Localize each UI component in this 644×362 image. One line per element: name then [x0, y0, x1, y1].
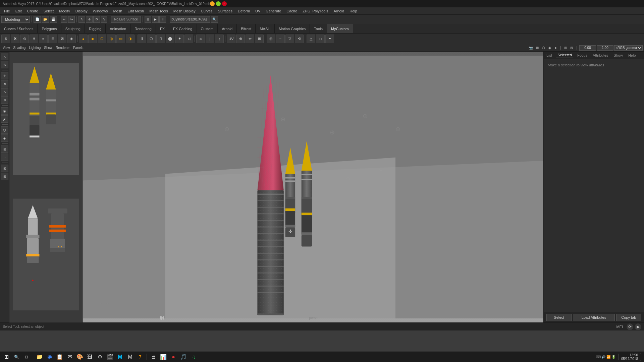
viewport[interactable]: ▲ ▲ ▲ — [9, 52, 543, 322]
menu-modify[interactable]: Modify — [56, 8, 72, 14]
task-app6-icon[interactable]: 🖼 — [86, 353, 94, 361]
redo-btn[interactable]: ↪ — [68, 16, 75, 23]
task-chrome-icon[interactable]: ◉ — [45, 353, 54, 361]
close-button[interactable]: × — [222, 1, 227, 6]
iso-btn[interactable]: ⊞ — [535, 46, 540, 50]
undo-btn[interactable]: ↩ — [61, 16, 67, 23]
scale-tool-btn[interactable]: ⤡ — [1, 88, 8, 96]
thumb-item-1[interactable] — [9, 52, 83, 187]
smooth-wire-btn[interactable]: ◉ — [547, 46, 553, 50]
object-name-field[interactable] — [170, 16, 210, 23]
show-btn[interactable]: Show — [43, 46, 54, 50]
move-btn[interactable]: ✛ — [86, 16, 93, 23]
task-app7-icon[interactable]: ⚙ — [96, 353, 104, 361]
task-app14-icon[interactable]: ● — [169, 353, 178, 361]
view-btn[interactable]: View — [1, 46, 11, 50]
sculpt-btn[interactable]: 🖌 — [1, 115, 8, 123]
shelf-cylinder-icon[interactable]: ⬡ — [98, 35, 106, 43]
shelf-disc-icon[interactable]: ◑ — [126, 35, 135, 43]
live-surface-btn[interactable]: No Live Surface — [111, 16, 141, 23]
task-files-icon[interactable]: 📋 — [55, 353, 64, 361]
menu-uv[interactable]: UV — [253, 8, 263, 14]
universal-tool-btn[interactable]: ⊕ — [1, 96, 8, 104]
shelf-center-icon[interactable]: ⊙ — [20, 35, 29, 43]
save-btn[interactable]: 💾 — [50, 16, 57, 23]
lasso-btn[interactable]: ⬡ — [1, 126, 8, 134]
tab-fx-caching[interactable]: FX Caching — [169, 24, 197, 33]
tab-rigging[interactable]: Rigging — [85, 24, 106, 33]
panels-btn[interactable]: Panels — [72, 46, 85, 50]
open-btn[interactable]: 📂 — [42, 16, 49, 23]
tab-motion-graphics[interactable]: Motion Graphics — [275, 24, 310, 33]
menu-mesh-tools[interactable]: Mesh Tools — [147, 8, 170, 14]
wireframe-btn[interactable]: ⬡ — [541, 46, 546, 50]
shelf-reduce-icon[interactable]: ▽ — [285, 35, 294, 43]
search-taskbar-icon[interactable]: 🔍 — [12, 353, 21, 361]
shelf-freeze-icon[interactable]: ❄ — [30, 35, 38, 43]
tab-mycustom[interactable]: MyCustom — [327, 24, 353, 33]
task-app8-icon[interactable]: 🎬 — [106, 353, 114, 361]
task-app16-icon[interactable]: ♫ — [189, 353, 198, 361]
task-mail-icon[interactable]: ✉ — [65, 353, 74, 361]
shelf-mirror-icon[interactable]: ⇔ — [246, 35, 254, 43]
shelf-cleanup-icon[interactable]: ✦ — [325, 35, 334, 43]
menu-arnold[interactable]: Arnold — [331, 8, 347, 14]
shelf-normals-icon[interactable]: ↑ — [215, 35, 224, 43]
timeline-btn[interactable]: ⟳ — [627, 323, 633, 330]
shelf-sphere-icon[interactable]: ● — [79, 35, 88, 43]
menu-display[interactable]: Display — [73, 8, 90, 14]
shelf-smooth-icon[interactable]: ~ — [276, 35, 285, 43]
lighting-btn[interactable]: Lighting — [28, 46, 42, 50]
copy-tab-btn[interactable]: Copy tab — [616, 314, 641, 321]
tab-animation[interactable]: Animation — [106, 24, 130, 33]
task-maya-icon[interactable]: M — [116, 353, 124, 361]
shelf-plane-icon[interactable]: ▭ — [116, 35, 125, 43]
task-explorer-icon[interactable]: 📁 — [35, 353, 44, 361]
shelf-optimize-icon[interactable]: ⊗ — [1, 35, 10, 43]
exposure-field[interactable] — [579, 45, 596, 51]
shading-btn[interactable]: Shading — [12, 46, 27, 50]
paint-btn[interactable]: ◈ — [1, 134, 8, 142]
rp-tab-selected[interactable]: Selected — [556, 52, 573, 58]
menu-mesh-display[interactable]: Mesh Display — [171, 8, 198, 14]
select-btn[interactable]: Select — [546, 314, 572, 321]
menu-zhg[interactable]: ZHG_PolyTools — [300, 8, 331, 14]
menu-help[interactable]: Help — [347, 8, 360, 14]
menu-surfaces[interactable]: Surfaces — [215, 8, 235, 14]
start-icon[interactable]: ⊞ — [2, 353, 11, 361]
shelf-toggle-icon[interactable]: ⊠ — [58, 35, 66, 43]
task-view-icon[interactable]: ⊟ — [22, 353, 31, 361]
grid-snap-btn[interactable]: ⊞ — [1, 173, 8, 180]
history-btn[interactable]: ⊞ — [145, 16, 151, 23]
task-app13-icon[interactable]: 📊 — [159, 353, 168, 361]
menu-select[interactable]: Select — [41, 8, 57, 14]
snap-btn[interactable]: ⊠ — [1, 165, 8, 172]
move-tool-btn[interactable]: ✛ — [1, 72, 8, 79]
show-desktop-icon[interactable] — [640, 353, 642, 361]
tab-rendering[interactable]: Rendering — [130, 24, 156, 33]
shelf-soften-icon[interactable]: ≈ — [196, 35, 205, 43]
tab-tools[interactable]: Tools — [310, 24, 327, 33]
shelf-align-icon[interactable]: ⊞ — [48, 35, 57, 43]
rp-tab-show[interactable]: Show — [612, 53, 624, 58]
renderer-btn[interactable]: Renderer — [54, 46, 71, 50]
pause-btn[interactable]: ⏸ — [159, 16, 166, 23]
soft-mod-btn[interactable]: ◉ — [1, 107, 8, 115]
shelf-bevel-icon[interactable]: ⬡ — [147, 35, 156, 43]
clock-area[interactable]: 13:50 05/11/2018 — [621, 353, 638, 361]
shelf-wedge-icon[interactable]: ◁ — [184, 35, 193, 43]
measure-btn[interactable]: ⊞ — [1, 145, 8, 153]
menu-deform[interactable]: Deform — [235, 8, 253, 14]
load-attributes-btn[interactable]: Load Attributes — [573, 314, 615, 321]
select-btn[interactable]: ↖ — [78, 16, 85, 23]
menu-curves[interactable]: Curves — [198, 8, 215, 14]
minimize-button[interactable]: − — [210, 1, 215, 6]
menu-mesh[interactable]: Mesh — [110, 8, 125, 14]
rp-tab-help[interactable]: Help — [627, 53, 637, 58]
search-btn[interactable]: 🔍 — [211, 16, 218, 23]
task-app12-icon[interactable]: 🖥 — [149, 353, 158, 361]
rotate-btn[interactable]: ↻ — [93, 16, 100, 23]
shelf-harden-icon[interactable]: | — [206, 35, 214, 43]
shelf-lattice-icon[interactable]: ⊞ — [255, 35, 264, 43]
render-btn[interactable]: ▶ — [152, 16, 159, 23]
